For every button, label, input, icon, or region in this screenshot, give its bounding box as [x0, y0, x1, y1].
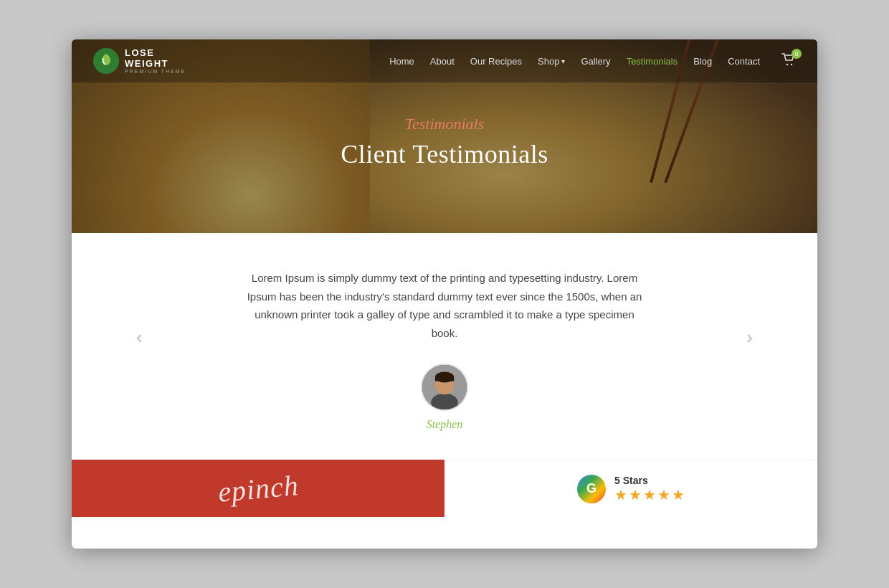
chevron-down-icon: ▾: [561, 57, 565, 65]
bottom-right-rating: G 5 Stars ★ ★ ★ ★ ★: [444, 460, 817, 517]
stars-row: ★ ★ ★ ★ ★: [614, 486, 685, 503]
nav-item-testimonials[interactable]: Testimonials: [627, 54, 678, 67]
bottom-left-brand: epinch: [72, 460, 444, 517]
star-3: ★: [643, 486, 656, 503]
star-2: ★: [629, 486, 642, 503]
nav-link-shop[interactable]: Shop ▾: [538, 56, 565, 67]
nav-link-home[interactable]: Home: [389, 56, 414, 67]
nav-link-about[interactable]: About: [430, 56, 455, 67]
logo-sub: PREMIUM THEME: [125, 69, 186, 74]
hero-section: LOSEWEIGHT PREMIUM THEME Home About Our …: [72, 39, 817, 233]
nav-item-contact[interactable]: Contact: [728, 54, 760, 67]
hero-subtitle: Testimonials: [341, 115, 548, 133]
nav-item-blog[interactable]: Blog: [693, 54, 712, 67]
logo[interactable]: LOSEWEIGHT PREMIUM THEME: [93, 48, 186, 74]
navbar: LOSEWEIGHT PREMIUM THEME Home About Our …: [72, 39, 817, 82]
testimonial-author: Stephen: [427, 418, 463, 431]
next-button[interactable]: ›: [739, 323, 760, 352]
star-4: ★: [657, 486, 670, 503]
nav-item-recipes[interactable]: Our Recipes: [470, 54, 522, 67]
cart-button[interactable]: 0: [781, 53, 796, 69]
nav-link-recipes[interactable]: Our Recipes: [470, 56, 522, 67]
star-1: ★: [614, 486, 627, 503]
prev-button[interactable]: ‹: [129, 323, 150, 352]
brand-text: epinch: [217, 468, 300, 509]
nav-item-home[interactable]: Home: [389, 54, 414, 67]
nav-link-contact[interactable]: Contact: [728, 56, 760, 67]
logo-icon: [93, 48, 119, 74]
testimonials-section: ‹ Lorem Ipsum is simply dummy text of th…: [72, 233, 817, 460]
avatar: [421, 364, 468, 411]
avatar-wrap: Stephen: [244, 364, 645, 431]
nav-link-testimonials[interactable]: Testimonials: [627, 56, 678, 67]
testimonial-text: Lorem Ipsum is simply dummy text of the …: [244, 269, 645, 342]
nav-link-blog[interactable]: Blog: [693, 56, 712, 67]
avatar-image: [422, 364, 467, 411]
hero-content: Testimonials Client Testimonials: [341, 115, 548, 169]
nav-item-shop[interactable]: Shop ▾: [538, 56, 565, 67]
nav-item-about[interactable]: About: [430, 54, 455, 67]
svg-point-2: [791, 64, 792, 65]
stars-label: 5 Stars: [614, 475, 685, 486]
logo-name: LOSEWEIGHT: [125, 48, 186, 69]
logo-text: LOSEWEIGHT PREMIUM THEME: [125, 48, 186, 74]
testimonial-content: Lorem Ipsum is simply dummy text of the …: [244, 269, 645, 431]
hero-title: Client Testimonials: [341, 139, 548, 169]
svg-rect-8: [435, 377, 454, 381]
nav-links: Home About Our Recipes Shop ▾ Gallery Te…: [389, 53, 796, 69]
google-logo: G: [577, 475, 606, 503]
cart-badge: 0: [791, 49, 802, 59]
browser-window: LOSEWEIGHT PREMIUM THEME Home About Our …: [72, 39, 817, 549]
star-5: ★: [672, 486, 685, 503]
svg-point-1: [786, 64, 788, 65]
bottom-section: epinch G 5 Stars ★ ★ ★ ★ ★: [72, 460, 817, 517]
nav-link-gallery[interactable]: Gallery: [581, 56, 610, 67]
nav-item-gallery[interactable]: Gallery: [581, 54, 610, 67]
